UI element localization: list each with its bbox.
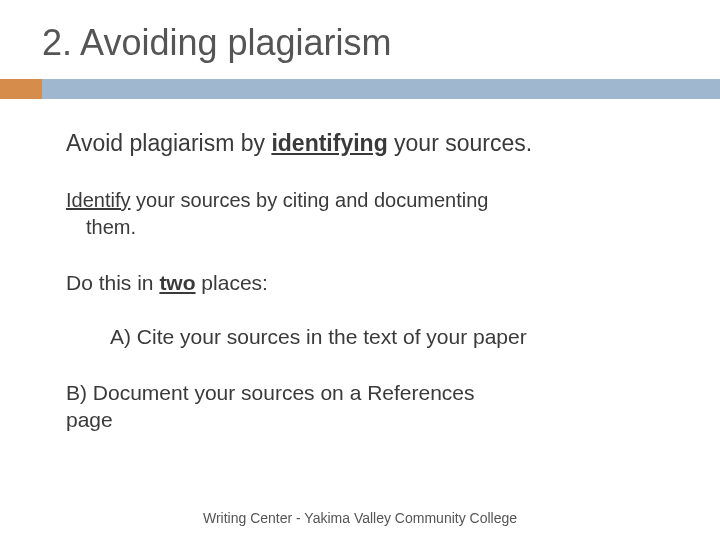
list-letter-b: B) [66,381,93,404]
slide-content: Avoid plagiarism by identifying your sou… [0,129,720,433]
divider-accent [0,79,42,99]
identify-line-cont: them. [66,215,670,240]
text: your sources by citing and documenting [130,189,488,211]
divider-bar [0,79,720,99]
list-item-b: B) Document your sources on a References [66,380,670,406]
emphasis-identifying: identifying [271,130,387,156]
list-text-b: Document your sources on a References [93,381,475,404]
intro-line: Avoid plagiarism by identifying your sou… [66,129,670,158]
list-text-a: Cite your sources in the text of your pa… [137,325,527,348]
list-item-a: A) Cite your sources in the text of your… [66,324,670,350]
text: Avoid plagiarism by [66,130,271,156]
slide: 2. Avoiding plagiarism Avoid plagiarism … [0,0,720,540]
list-item-b-cont: page [66,407,670,433]
text: places: [196,271,268,294]
emphasis-two: two [159,271,195,294]
divider-main [42,79,720,99]
slide-title: 2. Avoiding plagiarism [0,22,720,64]
emphasis-identify: Identify [66,189,130,211]
footer: Writing Center - Yakima Valley Community… [0,510,720,526]
list-letter-a: A) [66,325,137,348]
text: your sources. [388,130,532,156]
text: Do this in [66,271,159,294]
two-places-line: Do this in two places: [66,270,670,296]
identify-line: Identify your sources by citing and docu… [66,188,670,213]
